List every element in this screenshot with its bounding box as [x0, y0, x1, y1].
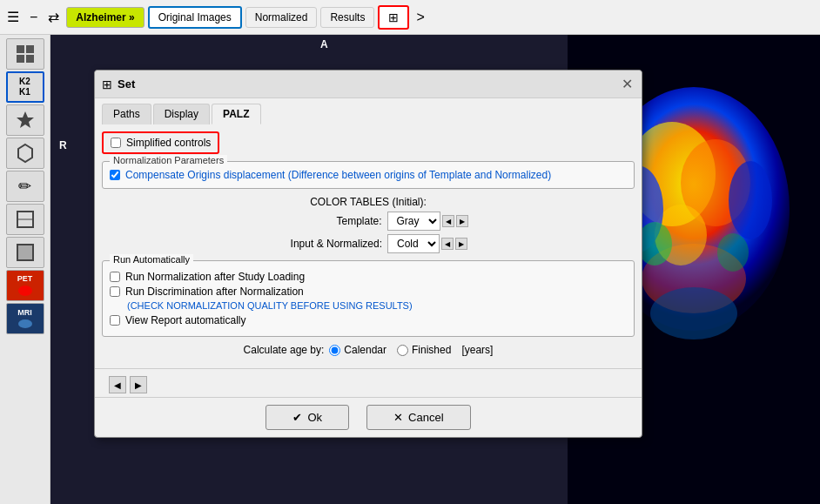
- color-table-template-row: Template: Gray ◀ ▶: [102, 212, 635, 231]
- sidebar-btn-box1[interactable]: [6, 204, 44, 235]
- template-color-select: Gray ◀ ▶: [387, 212, 468, 231]
- color-table-normalized-row: Input & Normalized: Cold ◀ ▶: [102, 234, 635, 253]
- input-normalized-label: Input & Normalized:: [269, 238, 382, 250]
- svg-point-21: [717, 233, 749, 272]
- sidebar-btn-pet[interactable]: PET: [6, 270, 44, 301]
- original-images-button[interactable]: Original Images: [148, 6, 242, 29]
- svg-rect-2: [17, 55, 24, 63]
- compensate-checkbox[interactable]: [110, 170, 120, 180]
- ok-checkmark-icon: ✔: [292, 411, 302, 424]
- tab-bar: Paths Display PALZ: [95, 98, 642, 124]
- dialog-icon: ⊞: [102, 77, 112, 91]
- sidebar-btn-pencil[interactable]: ✏: [6, 171, 44, 202]
- left-sidebar: K2K1 ✏ PET MRI: [0, 35, 50, 504]
- view-report-label: View Report automatically: [125, 314, 246, 326]
- run-discrimination-row: Run Discrimination after Normalization: [110, 286, 627, 298]
- svg-point-20: [637, 222, 672, 265]
- dialog-footer: ✔ Ok ✕ Cancel: [95, 397, 642, 437]
- svg-point-9: [18, 286, 32, 296]
- dialog-nav: ◀ ▶: [95, 368, 642, 397]
- svg-marker-5: [18, 144, 32, 162]
- compensate-row: Compensate Origins displacement (Differe…: [110, 169, 627, 181]
- results-button[interactable]: Results: [320, 7, 374, 28]
- tab-palz[interactable]: PALZ: [212, 104, 260, 124]
- view-report-row: View Report automatically: [110, 314, 627, 326]
- sidebar-btn-grid[interactable]: [6, 38, 44, 70]
- ok-button[interactable]: ✔ Ok: [265, 405, 349, 430]
- run-automatically-legend: Run Automatically: [110, 254, 193, 265]
- cancel-button[interactable]: ✕ Cancel: [366, 405, 470, 430]
- color-tables-title: COLOR TABLES (Initial):: [102, 196, 635, 208]
- input-normalized-color-select: Cold ◀ ▶: [387, 234, 467, 253]
- svg-rect-8: [17, 245, 33, 260]
- axis-label-r: R: [59, 139, 67, 151]
- calculate-age-row: Calculate age by: Calendar Finished [yea…: [102, 344, 635, 356]
- dialog-close-button[interactable]: ✕: [620, 76, 635, 92]
- run-discrimination-label: Run Discrimination after Normalization: [125, 286, 304, 298]
- alzheimer-button[interactable]: Alzheimer »: [66, 7, 144, 28]
- dialog: ⊞ Set ✕ Paths Display PALZ Simplified co…: [94, 70, 642, 438]
- sidebar-btn-star[interactable]: [6, 104, 44, 136]
- svg-rect-1: [26, 45, 34, 53]
- toolbar: ☰ − ⇄ Alzheimer » Original Images Normal…: [0, 0, 820, 35]
- compensate-label: Compensate Origins displacement (Differe…: [125, 169, 551, 181]
- nav-next-button[interactable]: ▶: [130, 376, 147, 393]
- svg-rect-3: [26, 55, 34, 63]
- tab-display[interactable]: Display: [153, 104, 210, 124]
- template-color-dropdown[interactable]: Gray: [387, 212, 440, 231]
- calculate-age-label: Calculate age by:: [244, 344, 325, 356]
- run-normalization-label: Run Normalization after Study Loading: [125, 271, 305, 283]
- sidebar-btn-box2[interactable]: [6, 237, 44, 268]
- key-button[interactable]: ⊞: [378, 5, 409, 30]
- color-tables-section: COLOR TABLES (Initial): Template: Gray ◀…: [102, 196, 635, 253]
- normalized-left-arrow[interactable]: ◀: [441, 238, 454, 250]
- calendar-radio-label: Calendar: [344, 344, 386, 356]
- simplified-controls-label: Simplified controls: [126, 137, 211, 149]
- finished-radio[interactable]: [397, 345, 408, 356]
- template-label: Template:: [269, 215, 382, 227]
- template-left-arrow[interactable]: ◀: [442, 215, 454, 227]
- axis-label-top-a1: A: [320, 38, 328, 50]
- svg-point-19: [650, 287, 737, 339]
- nav-prev-button[interactable]: ◀: [109, 376, 126, 393]
- cancel-label: Cancel: [408, 411, 443, 424]
- tab-paths[interactable]: Paths: [102, 104, 151, 124]
- view-report-checkbox[interactable]: [110, 315, 120, 326]
- svg-point-10: [18, 319, 32, 328]
- discrimination-subtext: (CHECK NORMALIZATION QUALITY BEFORE USIN…: [127, 300, 627, 311]
- ok-label: Ok: [307, 411, 322, 424]
- svg-marker-4: [17, 111, 34, 128]
- normalization-params-legend: Normalization Parameters: [110, 155, 227, 165]
- simplified-controls-checkbox[interactable]: [111, 138, 121, 148]
- dialog-body: Simplified controls Normalization Parame…: [95, 124, 642, 368]
- more-icon[interactable]: >: [413, 8, 427, 27]
- swap-icon[interactable]: ⇄: [44, 7, 63, 27]
- finished-radio-label: Finished: [412, 344, 451, 356]
- sidebar-btn-hex[interactable]: [6, 138, 44, 169]
- svg-point-18: [729, 161, 772, 239]
- normalization-params-group: Normalization Parameters Compensate Orig…: [102, 161, 635, 189]
- minus-icon[interactable]: −: [26, 8, 41, 27]
- svg-rect-0: [17, 45, 24, 53]
- dialog-titlebar: ⊞ Set ✕: [95, 71, 642, 98]
- finished-radio-item: Finished: [397, 344, 451, 356]
- run-automatically-group: Run Automatically Run Normalization afte…: [102, 260, 635, 337]
- normalized-color-dropdown[interactable]: Cold: [387, 234, 440, 253]
- normalized-button[interactable]: Normalized: [245, 7, 318, 28]
- age-unit-label: [years]: [461, 344, 493, 356]
- dialog-title: Set: [118, 77, 620, 91]
- template-right-arrow[interactable]: ▶: [456, 215, 468, 227]
- run-discrimination-checkbox[interactable]: [110, 286, 120, 297]
- run-normalization-checkbox[interactable]: [110, 272, 120, 282]
- cancel-x-icon: ✕: [393, 411, 403, 424]
- calendar-radio-item: Calendar: [329, 344, 386, 356]
- sidebar-btn-mri[interactable]: MRI: [6, 303, 44, 334]
- calculate-age-radio-group: Calendar Finished [years]: [329, 344, 493, 356]
- run-normalization-row: Run Normalization after Study Loading: [110, 271, 627, 283]
- main-area: A A R F P: [50, 35, 820, 504]
- nav-arrows: ◀ ▶: [102, 373, 635, 397]
- sidebar-btn-k2k1[interactable]: K2K1: [6, 71, 44, 103]
- calendar-radio[interactable]: [329, 345, 340, 356]
- menu-icon[interactable]: ☰: [3, 7, 23, 27]
- normalized-right-arrow[interactable]: ▶: [455, 238, 467, 250]
